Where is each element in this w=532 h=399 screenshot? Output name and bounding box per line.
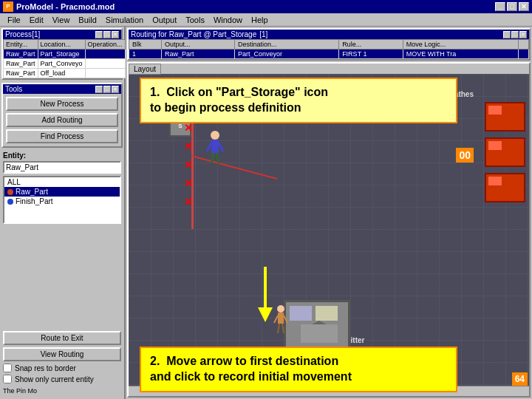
storage-box-label: S <box>178 123 182 129</box>
process-close[interactable]: ✕ <box>112 31 119 38</box>
routing-window: Routing for Raw_Part @ Part_Storage [1] … <box>127 28 531 61</box>
process-table: Entity... Location... Operation... Raw_P… <box>3 39 126 78</box>
menu-file[interactable]: File <box>3 16 25 24</box>
close-btn[interactable]: ✕ <box>519 2 529 11</box>
routing-output-1: Raw_Part <box>161 50 234 59</box>
show-only-checkbox[interactable] <box>3 375 12 383</box>
process-maximize[interactable]: □ <box>103 31 111 38</box>
process-location-1: Part_Storage <box>38 50 85 59</box>
menu-simulation[interactable]: Simulation <box>101 16 148 24</box>
tools-body: New Process Add Routing Find Process <box>3 94 121 146</box>
svg-rect-8 <box>301 324 338 343</box>
menu-output[interactable]: Output <box>148 16 181 24</box>
process-op-2 <box>85 59 125 69</box>
routing-minimize[interactable]: _ <box>503 31 511 38</box>
x-mark-4: ✕ <box>184 177 193 189</box>
x-mark-1: ✕ <box>184 122 193 134</box>
bottom-buttons: Route to Exit View Routing Snap res to b… <box>0 328 124 399</box>
routing-close[interactable]: ✕ <box>519 31 527 38</box>
routing-rule-1: FIRST 1 <box>339 50 403 59</box>
svg-line-4 <box>211 153 214 163</box>
entity-list: ALL Raw_Part Finish_Part <box>3 176 121 224</box>
process-col-operation: Operation... <box>85 40 125 50</box>
annotation-1-text: 1. Click on "Part_Storage" iconto begin … <box>150 86 328 114</box>
show-only-label: Show only current entity <box>15 375 94 383</box>
routing-dest-1: Part_Conveyor <box>235 50 339 59</box>
entity-finishpart-label: Finish_Part <box>16 197 53 205</box>
routing-row-1[interactable]: 1 Raw_Part Part_Conveyor FIRST 1 MOVE WI… <box>129 50 529 59</box>
process-entity-3: Raw_Part <box>4 69 38 78</box>
routing-maximize[interactable]: □ <box>511 31 519 38</box>
process-minimize[interactable]: _ <box>95 31 103 38</box>
tools-maximize[interactable]: □ <box>103 86 111 93</box>
corner-badge-64: 64 <box>512 372 528 386</box>
arrow-container <box>258 267 273 322</box>
find-process-button[interactable]: Find Process <box>6 129 118 143</box>
process-row-2[interactable]: Raw_Part Part_Conveyo <box>4 59 126 69</box>
layout-area: Layout 1. Click on "Part_Storage" iconto… <box>127 62 531 398</box>
pin-text: The Pin Mo <box>3 386 121 396</box>
tools-window-title: Tools _ □ ✕ <box>3 84 121 94</box>
app-title: ProModel - Pracmod.mod <box>16 2 115 11</box>
routing-col-scroll <box>519 40 529 50</box>
tools-window: Tools _ □ ✕ New Process Add Routing Find… <box>1 83 123 148</box>
minimize-btn[interactable]: _ <box>495 2 505 11</box>
entity-rawpart[interactable]: Raw_Part <box>4 187 120 197</box>
tools-title-text: Tools <box>5 85 22 93</box>
tools-close[interactable]: ✕ <box>112 86 119 93</box>
menu-help[interactable]: Help <box>247 16 273 24</box>
routing-col-rule: Rule... <box>339 40 403 50</box>
svg-point-10 <box>277 305 284 313</box>
process-row-3[interactable]: Raw_Part Off_load <box>4 69 126 78</box>
routing-col-blk: Blk <box>129 40 162 50</box>
process-title-num: [1] <box>32 30 40 38</box>
routing-blk-1: 1 <box>129 50 162 59</box>
new-process-button[interactable]: New Process <box>6 97 118 111</box>
worker-figure <box>206 129 225 166</box>
svg-line-14 <box>278 324 279 333</box>
lathe-1 <box>485 102 525 132</box>
menu-bar: File Edit View Build Simulation Output T… <box>0 13 532 27</box>
lathes-group <box>485 102 525 202</box>
annotation-2-text: 2. Move arrow to first destinationand cl… <box>150 355 352 383</box>
snap-checkbox[interactable] <box>3 364 12 372</box>
process-entity-1: Raw_Part <box>4 50 38 59</box>
process-location-2: Part_Conveyo <box>38 59 85 69</box>
entity-all-label: ALL <box>7 178 21 186</box>
routing-table: Blk Output... Destination... Rule... Mov… <box>129 39 529 59</box>
app-icon: P <box>3 1 13 12</box>
svg-line-12 <box>274 316 278 323</box>
menu-tools[interactable]: Tools <box>181 16 209 24</box>
menu-view[interactable]: View <box>48 16 75 24</box>
entity-all[interactable]: ALL <box>4 177 120 187</box>
routing-window-title: Routing for Raw_Part @ Part_Storage [1] … <box>129 30 529 39</box>
svg-rect-1 <box>211 140 219 153</box>
svg-rect-7 <box>316 306 338 321</box>
main-container: Process [1] _ □ ✕ Entity... Location... … <box>0 27 532 399</box>
layout-tab[interactable]: Layout <box>129 64 161 75</box>
process-window-title: Process [1] _ □ ✕ <box>3 30 121 39</box>
x-mark-5: ✕ <box>184 196 193 208</box>
annotation-box-1: 1. Click on "Part_Storage" iconto begin … <box>140 78 457 123</box>
entity-input[interactable] <box>3 161 121 174</box>
entity-finishpart[interactable]: Finish_Part <box>4 197 120 206</box>
number-00-badge: 00 <box>456 148 474 163</box>
maximize-btn[interactable]: □ <box>507 2 517 11</box>
finishpart-dot <box>7 199 13 205</box>
routing-col-output: Output... <box>161 40 234 50</box>
rawpart-dot <box>7 189 13 195</box>
menu-build[interactable]: Build <box>74 16 100 24</box>
view-routing-button[interactable]: View Routing <box>3 347 121 361</box>
route-to-exit-button[interactable]: Route to Exit <box>3 331 121 345</box>
process-row-1[interactable]: Raw_Part Part_Storage <box>4 50 126 59</box>
right-area: Routing for Raw_Part @ Part_Storage [1] … <box>126 27 532 399</box>
connecting-line <box>191 155 277 180</box>
menu-window[interactable]: Window <box>209 16 247 24</box>
add-routing-button[interactable]: Add Routing <box>6 113 118 127</box>
process-op-3 <box>85 69 125 78</box>
entity-section: Entity: ALL Raw_Part Finish_Part <box>0 149 124 226</box>
routing-col-move: Move Logic... <box>403 40 518 50</box>
worker-2-figure <box>273 304 289 337</box>
menu-edit[interactable]: Edit <box>25 16 48 24</box>
tools-minimize[interactable]: _ <box>95 86 103 93</box>
